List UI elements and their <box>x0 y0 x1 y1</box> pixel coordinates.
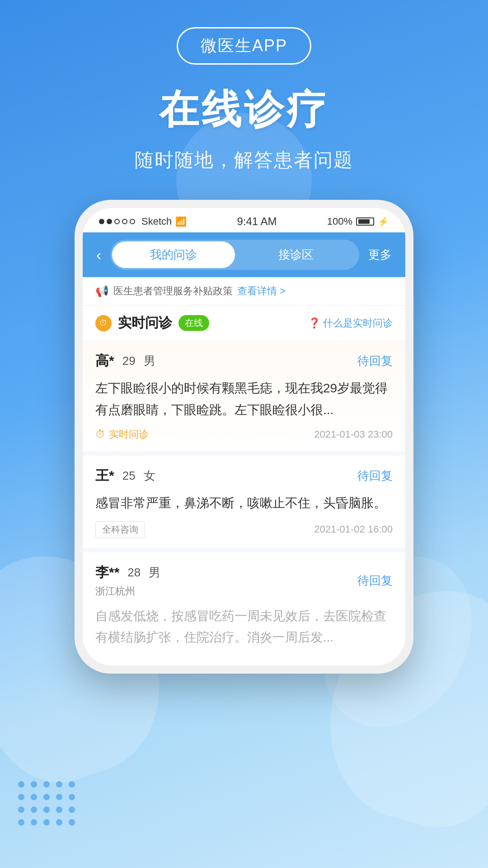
phone-mockup: Sketch 📶 9:41 AM 100% ⚡ ‹ 我的问诊 接诊区 <box>0 200 488 674</box>
patient-content-2: 自感发低烧，按感冒吃药一周未见效后，去医院检查有横结肠扩张，住院治疗。消炎一周后… <box>95 605 393 648</box>
status-left: Sketch 📶 <box>99 216 187 227</box>
consult-type-icon-0: ⏱ <box>95 429 105 440</box>
dot-2-3 <box>43 794 50 800</box>
dot-4-4 <box>56 819 62 826</box>
section-header: ⏱ 实时问诊 在线 ❓ 什么是实时问诊 <box>83 306 405 341</box>
dot-3-3 <box>43 807 50 813</box>
dot-3-2 <box>31 807 37 813</box>
battery-percent: 100% <box>327 216 352 227</box>
patient-content-1: 感冒非常严重，鼻涕不断，咳嗽止不住，头昏脑胀。 <box>95 492 393 514</box>
section-help[interactable]: ❓ 什么是实时问诊 <box>308 316 393 330</box>
patient-age-0: 29 <box>122 354 136 368</box>
speaker-icon: 📢 <box>95 285 109 297</box>
patient-content-0: 左下眼睑很小的时候有颗黑毛痣，现在我29岁最觉得有点磨眼睛，下眼睑跳。左下眼睑很… <box>95 377 393 420</box>
patient-name-0: 高* <box>95 352 114 370</box>
more-button[interactable]: 更多 <box>368 247 392 263</box>
patient-age-2: 28 <box>127 566 141 580</box>
subtitle: 随时随地，解答患者问题 <box>0 147 488 173</box>
consult-type-tag-1: 全科咨询 <box>95 521 145 538</box>
help-icon: ❓ <box>308 317 320 329</box>
notice-text: 医生患者管理服务补贴政策 <box>113 284 233 298</box>
consult-time-1: 2021-01-02 16:00 <box>314 524 393 535</box>
signal-dot-5 <box>130 219 135 224</box>
wifi-icon: 📶 <box>175 216 187 227</box>
notice-link[interactable]: 查看详情 > <box>237 284 286 298</box>
patient-card-0[interactable]: 高* 29 男 待回复 左下眼睑很小的时候有颗黑毛痣，现在我29岁最觉得有点磨眼… <box>83 341 405 456</box>
dots-row-3 <box>18 807 75 813</box>
dot-4-5 <box>69 819 75 826</box>
consult-time-0: 2021-01-03 23:00 <box>314 429 393 440</box>
status-time: 9:41 AM <box>237 215 277 228</box>
status-bar: Sketch 📶 9:41 AM 100% ⚡ <box>83 208 405 232</box>
section-title-wrap: ⏱ 实时问诊 在线 <box>95 314 209 332</box>
dot-1-5 <box>69 781 75 788</box>
dot-1-1 <box>18 781 24 788</box>
patient-gender-0: 男 <box>144 353 155 369</box>
phone-outer: Sketch 📶 9:41 AM 100% ⚡ ‹ 我的问诊 接诊区 <box>75 200 413 674</box>
phone-inner: Sketch 📶 9:41 AM 100% ⚡ ‹ 我的问诊 接诊区 <box>83 208 405 665</box>
dot-1-4 <box>56 781 62 788</box>
battery-fill <box>358 219 370 224</box>
realtime-icon: ⏱ <box>95 315 112 331</box>
dot-3-4 <box>56 807 62 813</box>
dots-row-1 <box>18 781 75 788</box>
dot-2-5 <box>69 794 75 800</box>
consult-type-0: ⏱ 实时问诊 <box>95 428 149 441</box>
consult-type-label-0: 实时问诊 <box>109 428 149 441</box>
patient-card-2[interactable]: 李** 28 男 浙江杭州 待回复 自感发低烧，按感冒吃药一周未见效后，去医院检… <box>83 552 405 665</box>
patient-footer-1: 全科咨询 2021-01-02 16:00 <box>95 521 393 538</box>
patient-gender-1: 女 <box>144 468 155 484</box>
patient-location-2: 浙江杭州 <box>95 585 160 598</box>
patient-info-1: 王* 25 女 <box>95 467 155 485</box>
dots-row-4 <box>18 819 75 826</box>
lightning-icon: ⚡ <box>378 216 389 227</box>
header: 微医生APP 在线诊疗 随时随地，解答患者问题 <box>0 0 488 173</box>
dots-decoration <box>18 781 75 832</box>
patient-card-1[interactable]: 王* 25 女 待回复 感冒非常严重，鼻涕不断，咳嗽止不住，头昏脑胀。 全科咨询… <box>83 456 405 552</box>
signal-dots <box>99 219 135 224</box>
patient-header-1: 王* 25 女 待回复 <box>95 467 393 485</box>
patient-info-0: 高* 29 男 <box>95 352 155 370</box>
signal-dot-2 <box>107 219 112 224</box>
patient-status-1: 待回复 <box>357 468 393 484</box>
patient-name-1: 王* <box>95 467 114 485</box>
dot-3-5 <box>69 807 75 813</box>
patient-info-2: 李** 28 男 <box>95 563 160 582</box>
signal-dot-4 <box>122 219 127 224</box>
online-badge: 在线 <box>178 315 209 331</box>
dot-2-2 <box>31 794 37 800</box>
app-badge: 微医生APP <box>177 27 311 65</box>
patient-status-0: 待回复 <box>357 353 393 369</box>
dot-1-3 <box>43 781 50 788</box>
nav-tabs: 我的问诊 接诊区 <box>110 240 359 270</box>
dot-4-2 <box>31 819 37 826</box>
dot-2-1 <box>18 794 24 800</box>
nav-bar: ‹ 我的问诊 接诊区 更多 <box>83 232 405 277</box>
dot-2-4 <box>56 794 62 800</box>
battery-icon <box>356 217 374 226</box>
patient-header-2: 李** 28 男 浙江杭州 待回复 <box>95 563 393 598</box>
signal-dot-1 <box>99 219 104 224</box>
back-button[interactable]: ‹ <box>96 246 101 264</box>
patient-footer-0: ⏱ 实时问诊 2021-01-03 23:00 <box>95 428 393 441</box>
tab-my-consult[interactable]: 我的问诊 <box>112 241 235 268</box>
notice-bar: 📢 医生患者管理服务补贴政策 查看详情 > <box>83 277 405 306</box>
patient-age-1: 25 <box>122 469 136 483</box>
patient-status-2: 待回复 <box>357 573 393 589</box>
help-text: 什么是实时问诊 <box>323 316 393 330</box>
tab-reception[interactable]: 接诊区 <box>235 241 357 268</box>
dot-1-2 <box>31 781 37 788</box>
patient-header-0: 高* 29 男 待回复 <box>95 352 393 370</box>
dot-4-1 <box>18 819 24 826</box>
section-title: 实时问诊 <box>118 314 172 332</box>
carrier-name: Sketch <box>141 216 172 227</box>
dot-4-3 <box>43 819 50 826</box>
patient-name-2: 李** <box>95 563 119 582</box>
main-title: 在线诊疗 <box>0 83 488 137</box>
dots-row-2 <box>18 794 75 800</box>
status-right: 100% ⚡ <box>327 216 389 227</box>
signal-dot-3 <box>114 219 120 224</box>
patient-gender-2: 男 <box>149 565 160 580</box>
dot-3-1 <box>18 807 24 813</box>
